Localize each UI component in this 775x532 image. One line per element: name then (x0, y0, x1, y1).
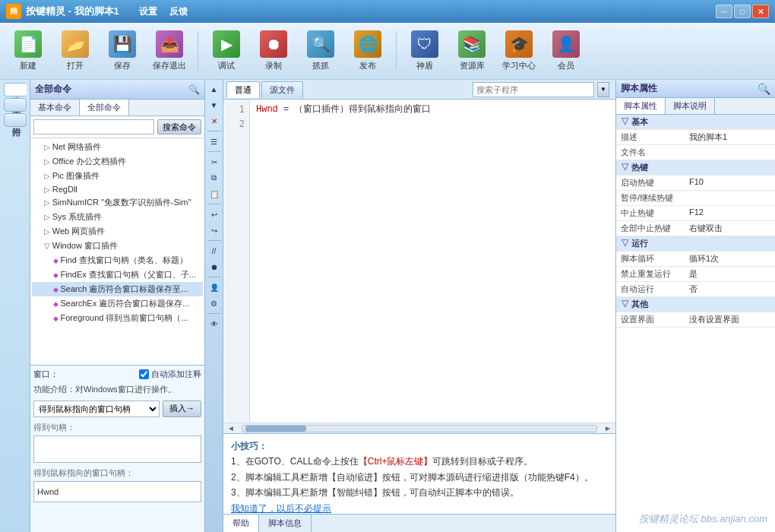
tab-all-commands[interactable]: 全部命令 (80, 100, 129, 116)
tree-item-findex[interactable]: FindEx 查找窗口句柄（父窗口、子... (32, 268, 203, 282)
prop-section-run: ▽ 运行 (616, 236, 775, 252)
tab-normal[interactable]: 普通 (226, 81, 260, 98)
mid-down-button[interactable]: ▼ (207, 97, 222, 112)
scroll-right-btn[interactable]: ► (600, 424, 615, 432)
tree-item-office[interactable]: Office 办公文档插件 (32, 154, 203, 169)
god-button[interactable]: 🛡 神盾 (403, 27, 447, 75)
editor-search-input[interactable] (473, 82, 594, 97)
menu-feedback[interactable]: 反馈 (169, 5, 188, 18)
command-panel-title: 全部命令 (35, 83, 71, 96)
tab-basic-commands[interactable]: 基本命令 (30, 100, 80, 116)
tree-item-web[interactable]: Web 网页插件 (32, 224, 203, 239)
main-toolbar: 📄 新建 📂 打开 💾 保存 📤 保存退出 ▶ 调试 ⏺ 录制 🔍 抓抓 🌐 发… (0, 23, 775, 80)
maximize-button[interactable]: □ (734, 5, 751, 18)
tree-item-pic[interactable]: Pic 图像插件 (32, 169, 203, 183)
mid-comment-button[interactable]: // (207, 243, 222, 258)
tab-script-props[interactable]: 脚本属性 (616, 98, 666, 114)
mid-eye-button[interactable]: 👁 (207, 316, 222, 331)
command-panel: 全部命令 🔍 基本命令 全部命令 搜索命令 Net 网络插件 Office 办公… (30, 80, 205, 532)
editor-tabs: 普通 源文件 ▼ (223, 80, 615, 100)
savexit-button[interactable]: 📤 保存退出 (147, 27, 191, 75)
insert-button[interactable]: 插入→ (163, 401, 201, 417)
title-bar-left: 精 按键精灵 - 我的脚本1 设置 反馈 (6, 4, 188, 19)
sidebar-tab-ui[interactable]: 界面 (4, 98, 27, 112)
mid-sep-5 (207, 277, 221, 277)
help-tab-script-info[interactable]: 脚本信息 (259, 515, 312, 532)
sidebar-tab-attachment[interactable]: 附件 (4, 113, 27, 127)
mid-copy-button[interactable]: ⧉ (207, 170, 222, 185)
code-content[interactable]: Hwnd = （窗口插件）得到鼠标指向的窗口 (250, 100, 615, 423)
mid-settings-button[interactable]: ⚙ (207, 296, 222, 311)
properties-table: ▽ 基本 描述 我的脚本1 文件名 ▽ 热键 启动热键 (616, 115, 775, 328)
tree-item-searchex[interactable]: SearchEx 遍历符合窗口标题保存... (32, 296, 203, 311)
record-button[interactable]: ⏺ 录制 (251, 27, 296, 75)
tree-item-window[interactable]: Window 窗口插件 (32, 239, 203, 253)
mid-up-button[interactable]: ▲ (207, 81, 222, 97)
tab-source[interactable]: 源文件 (261, 81, 303, 98)
learning-button[interactable]: 🎓 学习中心 (497, 27, 541, 75)
toolbar-sep-1 (198, 32, 198, 70)
new-button[interactable]: 📄 新建 (6, 27, 50, 75)
catch-button[interactable]: 🔍 抓抓 (299, 27, 343, 75)
help-tab-help[interactable]: 帮助 (223, 515, 259, 532)
help-dismiss-link[interactable]: 我知道了，以后不必提示 (231, 501, 608, 514)
mid-cut-button[interactable]: ✂ (207, 154, 222, 169)
open-button[interactable]: 📂 打开 (53, 27, 97, 75)
detail-desc: 功能介绍：对Windows窗口进行操作。 (33, 383, 201, 396)
detail-select[interactable]: 得到鼠标指向的窗口句柄 (33, 401, 160, 417)
mid-record2-button[interactable]: ⏺ (207, 259, 222, 274)
properties-scroll: ▽ 基本 描述 我的脚本1 文件名 ▽ 热键 启动热键 (616, 115, 775, 532)
minimize-button[interactable]: ─ (716, 5, 732, 18)
publish-label: 发布 (359, 60, 376, 71)
publish-button[interactable]: 🌐 发布 (346, 27, 390, 75)
auto-comment-checkbox[interactable]: 自动添加注释 (139, 369, 201, 380)
mid-person-button[interactable]: 👤 (207, 280, 222, 295)
debug-icon: ▶ (213, 30, 240, 58)
detail-select-row: 得到鼠标指向的窗口句柄 插入→ (33, 401, 201, 417)
resources-button[interactable]: 📚 资源库 (450, 27, 494, 75)
editor-scrollbar[interactable]: ◄ ► (223, 423, 615, 433)
title-bar: 精 按键精灵 - 我的脚本1 设置 反馈 ─ □ ✕ (0, 0, 775, 23)
close-button[interactable]: ✕ (752, 5, 769, 18)
h-scrollbar[interactable] (242, 425, 597, 432)
search-icon[interactable]: 🔍 (188, 84, 200, 95)
record-label: 录制 (265, 60, 282, 71)
tree-item-regdll[interactable]: RegDll (32, 183, 203, 195)
tree-item-foreground[interactable]: Foreground 得到当前窗口句柄（... (32, 311, 203, 325)
mid-paste-button[interactable]: 📋 (207, 186, 222, 201)
code-editor[interactable]: 1 2 Hwnd = （窗口插件）得到鼠标指向的窗口 (223, 100, 615, 423)
debug-button[interactable]: ▶ 调试 (204, 27, 248, 75)
editor-search-dropdown[interactable]: ▼ (597, 82, 609, 97)
member-label: 会员 (558, 60, 574, 71)
watermark: 按键精灵论坛 bbs.anjian.com (639, 512, 767, 526)
result-label: 得到鼠标指向的窗口句柄： (33, 467, 201, 479)
prop-row-ui: 设置界面 没有设置界面 (616, 312, 775, 328)
scroll-left-btn[interactable]: ◄ (223, 424, 239, 432)
menu-settings[interactable]: 设置 (139, 5, 157, 18)
mid-delete-button[interactable]: ✕ (207, 113, 222, 128)
command-search-input[interactable] (33, 119, 154, 135)
right-panel-title: 脚本属性 (621, 82, 657, 95)
command-search-button[interactable]: 搜索命令 (157, 119, 201, 135)
mid-drag-button[interactable]: ☰ (207, 134, 222, 149)
member-button[interactable]: 👤 会员 (544, 27, 588, 75)
tree-item-simnum[interactable]: SimNumICR "免废数字识别插件-Sim" (32, 195, 203, 210)
tab-script-desc[interactable]: 脚本说明 (666, 98, 715, 114)
tree-item-sys[interactable]: Sys 系统插件 (32, 210, 203, 224)
god-icon: 🛡 (411, 30, 438, 58)
mid-undo-button[interactable]: ↩ (207, 207, 222, 222)
mid-redo-button[interactable]: ↪ (207, 223, 222, 238)
sidebar-tab-script[interactable]: 脚本 (4, 83, 27, 97)
tree-item-net[interactable]: Net 网络插件 (32, 140, 203, 154)
help-panel: 小技巧： 1、在GOTO、CALL命令上按住【Ctrl+鼠标左键】可跳转到目标或… (223, 433, 615, 532)
save-button[interactable]: 💾 保存 (100, 27, 144, 75)
help-highlight-1: 【Ctrl+鼠标左键】 (359, 456, 433, 467)
tree-item-find[interactable]: Find 查找窗口句柄（类名、标题） (32, 253, 203, 268)
tree-item-search[interactable]: Search 遍历符合窗口标题保存至... (32, 282, 203, 296)
help-tips-title: 小技巧： (231, 439, 608, 454)
command-panel-header: 全部命令 🔍 (30, 80, 204, 100)
record-icon: ⏺ (260, 30, 287, 58)
code-text: = （窗口插件）得到鼠标指向的窗口 (283, 104, 431, 115)
help-tip-1: 1、在GOTO、CALL命令上按住【Ctrl+鼠标左键】可跳转到目标或子程序。 (231, 454, 608, 469)
left-sidebar: 脚本 界面 附件 (0, 80, 30, 532)
